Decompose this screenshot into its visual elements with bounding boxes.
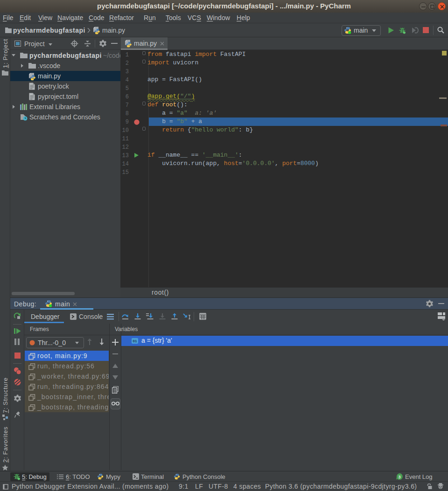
svg-text:01: 01 [133, 339, 137, 343]
svg-text:3: 3 [398, 475, 400, 479]
